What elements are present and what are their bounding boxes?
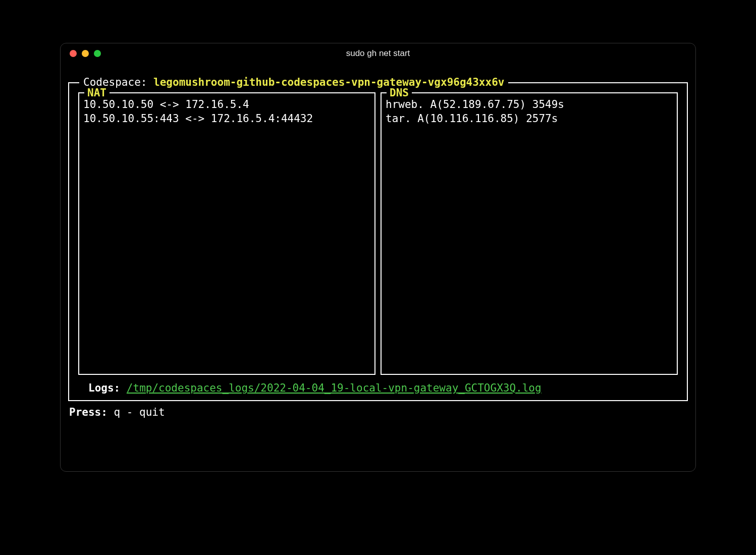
dns-line: tar. A(10.116.116.85) 2577s [386, 112, 673, 126]
codespace-title: Codespace: legomushroom-github-codespace… [79, 75, 508, 89]
dns-panel: DNS hrweb. A(52.189.67.75) 3549s tar. A(… [381, 92, 678, 375]
terminal-window: sudo gh net start Codespace: legomushroo… [60, 43, 696, 472]
minimize-icon[interactable] [82, 50, 89, 57]
nat-panel: NAT 10.50.10.50 <-> 172.16.5.4 10.50.10.… [78, 92, 375, 375]
press-label: Press: [69, 406, 114, 418]
nat-line: 10.50.10.50 <-> 172.16.5.4 [83, 97, 370, 112]
logs-line: Logs: /tmp/codespaces_logs/2022-04-04_19… [78, 381, 678, 395]
logs-label: Logs: [88, 382, 127, 394]
close-icon[interactable] [70, 50, 77, 57]
dns-line: hrweb. A(52.189.67.75) 3549s [386, 97, 673, 112]
panels-row: NAT 10.50.10.50 <-> 172.16.5.4 10.50.10.… [78, 92, 678, 375]
nat-line: 10.50.10.55:443 <-> 172.16.5.4:44432 [83, 112, 370, 126]
codespace-panel: Codespace: legomushroom-github-codespace… [68, 82, 688, 401]
title-bar: sudo gh net start [61, 43, 695, 64]
press-line: Press: q - quit [68, 405, 688, 419]
codespace-name: legomushroom-github-codespaces-vpn-gatew… [153, 76, 504, 88]
traffic-lights [70, 50, 101, 57]
terminal-content: Codespace: legomushroom-github-codespace… [61, 64, 695, 427]
press-value: q - quit [114, 406, 165, 418]
logs-path-link[interactable]: /tmp/codespaces_logs/2022-04-04_19-local… [127, 382, 542, 394]
window-title: sudo gh net start [346, 48, 410, 59]
dns-panel-title: DNS [387, 86, 412, 100]
maximize-icon[interactable] [94, 50, 101, 57]
nat-panel-title: NAT [84, 86, 110, 100]
